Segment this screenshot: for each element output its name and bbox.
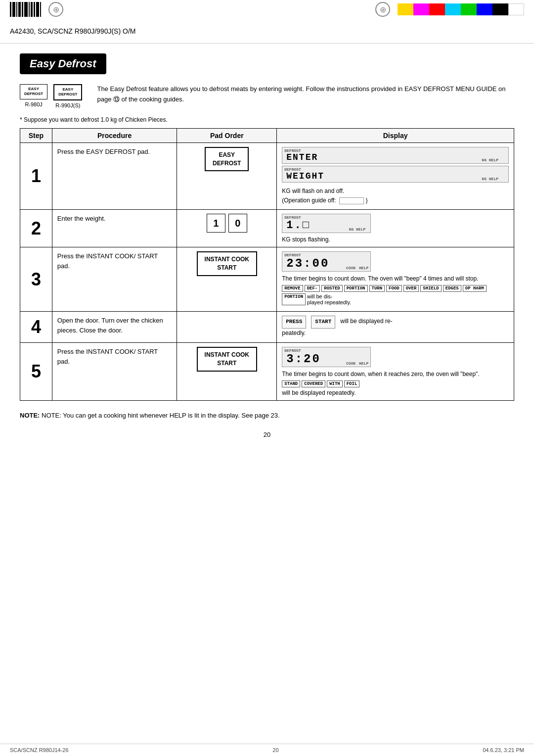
press-tag: PRESS (282, 316, 306, 329)
step-1-pad: EASYDEFROST (177, 142, 277, 209)
step-5-pad: INSTANT COOKSTART (177, 343, 277, 401)
crosshair-right: ⊕ (375, 2, 390, 17)
tag-portion2: PORTION (282, 293, 306, 305)
step-4-procedure: Open the door. Turn over the chicken pie… (52, 312, 177, 343)
note-label: NOTE: (20, 412, 40, 419)
number-keys: 1 0 (182, 214, 271, 233)
tag-stand: STAND (282, 380, 300, 387)
tag-turn: TURN (369, 285, 385, 292)
tag-note-3: will be dis-played repeatedly. (307, 293, 351, 305)
display-weight-input: DEFROST 1.□ KG HELP (282, 214, 371, 233)
step-number-1: 1 (20, 142, 52, 209)
display-enter: DEFROST ENTER KG HELP (282, 147, 509, 164)
step-4-note: PRESS START will be displayed re-peatedl… (282, 316, 509, 338)
page-title: Easy Defrost (20, 53, 106, 74)
key-0: 0 (228, 214, 247, 233)
step-1-display: DEFROST ENTER KG HELP DEFROST WEIGHT KG … (277, 142, 514, 209)
barcode-left (10, 2, 41, 17)
step-5-display: DEFROST 3:20 COOK HELP The timer begins … (277, 343, 514, 401)
display-tags-3: REMOVE DEF- ROSTED PORTION TURN FOOD OVE… (282, 285, 509, 305)
intro-description: The Easy Defrost feature allows you to d… (97, 84, 514, 105)
crosshair-left: ⊕ (48, 2, 63, 17)
easy-defrost-pad-1: EASYDEFROST (205, 147, 249, 172)
col-header-display: Display (277, 128, 514, 142)
table-row: 3 Press the INSTANT COOK/ START pad. INS… (20, 247, 514, 312)
display-timer-5: DEFROST 3:20 COOK HELP (282, 347, 371, 367)
key-1: 1 (207, 214, 225, 233)
tag-covered: COVERED (302, 380, 325, 387)
header-bar: A42430, SCA/SCNZ R980J/990J(S) O/M (0, 19, 534, 44)
tag-shield: SHIELD (420, 285, 441, 292)
note-text: NOTE: You can get a cooking hint wheneve… (42, 412, 280, 419)
display-timer-3: DEFROST 23:00 COOK HELP (282, 251, 371, 272)
step-1-procedure: Press the EASY DEFROST pad. (52, 142, 177, 209)
tag-edges: EDGES (443, 285, 461, 292)
bottom-left-text: SCA/SCNZ R980J14-26 (10, 747, 69, 753)
intro-section: EASY DEFROST R-980J EASY DEFROST R-990J(… (20, 84, 514, 108)
step-5-tag-note: will be displayed repeatedly. (282, 389, 509, 396)
page-number: 20 (20, 431, 514, 438)
tag-with: WITH (327, 380, 343, 387)
step-4-pad (177, 312, 277, 343)
tag-portion1: PORTION (344, 285, 368, 292)
document-title: A42430, SCA/SCNZ R980J/990J(S) O/M (10, 27, 135, 35)
instant-cook-start-pad-5: INSTANT COOKSTART (197, 347, 257, 372)
tag-food: FOOD (386, 285, 402, 292)
step-3-note: The timer begins to count down. The oven… (282, 274, 509, 283)
intro-note: * Suppose you want to defrost 1.0 kg of … (20, 116, 514, 123)
steps-table: Step Procedure Pad Order Display 1 Press… (20, 128, 514, 401)
tag-def: DEF- (305, 285, 320, 292)
main-content: Easy Defrost EASY DEFROST R-980J EASY DE… (0, 44, 534, 458)
step-5-procedure: Press the INSTANT COOK/ START pad. (52, 343, 177, 401)
bottom-center-text: 20 (272, 747, 278, 753)
step-number-2: 2 (20, 210, 52, 247)
display-weight: DEFROST WEIGHT KG HELP (282, 166, 509, 183)
r990js-label: R-990J(S) (55, 102, 80, 108)
r980j-easy-defrost-pad: EASY DEFROST (20, 84, 47, 99)
step-number-3: 3 (20, 247, 52, 312)
tag-rosted: ROSTED (321, 285, 342, 292)
step-2-note: KG stops flashing. (282, 236, 509, 243)
col-header-pad-order: Pad Order (177, 128, 277, 142)
instant-cook-start-pad-3: INSTANT COOKSTART (197, 251, 257, 276)
step-3-procedure: Press the INSTANT COOK/ START pad. (52, 247, 177, 312)
step-2-procedure: Enter the weight. (52, 210, 177, 247)
start-tag: START (311, 316, 335, 329)
step-2-pad: 1 0 (177, 210, 277, 247)
step-3-pad: INSTANT COOKSTART (177, 247, 277, 312)
top-decoration: ⊕ ⊕ (0, 0, 534, 19)
tag-over: OVER (403, 285, 419, 292)
bottom-right-text: 04.6.23, 3:21 PM (483, 747, 524, 753)
step-2-display: DEFROST 1.□ KG HELP KG stops flashing. (277, 210, 514, 247)
step-number-5: 5 (20, 343, 52, 401)
step-1-note: KG will flash on and off. (Operation gui… (282, 187, 509, 205)
step-5-note: The timer begins to count down, when it … (282, 370, 509, 378)
tag-foil: FOIL (344, 380, 360, 387)
bottom-bar: SCA/SCNZ R980J14-26 20 04.6.23, 3:21 PM (0, 744, 534, 756)
display-tags-5: STAND COVERED WITH FOIL (282, 380, 509, 387)
table-row: 1 Press the EASY DEFROST pad. EASYDEFROS… (20, 142, 514, 209)
step-number-4: 4 (20, 312, 52, 343)
table-row: 2 Enter the weight. 1 0 DEFROST 1.□ KG H… (20, 210, 514, 247)
table-row: 4 Open the door. Turn over the chicken p… (20, 312, 514, 343)
r980j-label: R-980J (25, 101, 42, 107)
pad-images: EASY DEFROST R-980J EASY DEFROST R-990J(… (20, 84, 82, 108)
table-row: 5 Press the INSTANT COOK/ START pad. INS… (20, 343, 514, 401)
col-header-procedure: Procedure (52, 128, 177, 142)
tag-remove: REMOVE (282, 285, 303, 292)
color-blocks-right (398, 3, 524, 15)
step-4-display: PRESS START will be displayed re-peatedl… (277, 312, 514, 343)
tag-op-harm: OP HARM (463, 285, 487, 292)
col-header-step: Step (20, 128, 52, 142)
r990js-easy-defrost-pad: EASY DEFROST (53, 84, 82, 100)
footer-note: NOTE: NOTE: You can get a cooking hint w… (20, 411, 514, 421)
step-3-display: DEFROST 23:00 COOK HELP The timer begins… (277, 247, 514, 312)
